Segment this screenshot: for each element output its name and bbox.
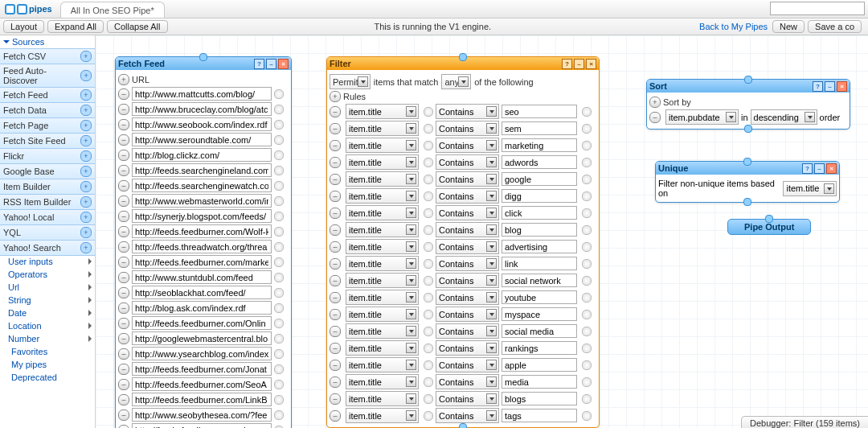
url-input[interactable] xyxy=(132,423,272,428)
operator-select[interactable]: Contains xyxy=(436,273,499,288)
field-select[interactable]: item.title xyxy=(346,121,419,136)
value-input[interactable] xyxy=(502,341,577,355)
input-port[interactable] xyxy=(743,158,751,166)
operator-select[interactable]: Contains xyxy=(436,205,499,220)
source-item[interactable]: Yahoo! Local+ xyxy=(0,209,95,225)
value-input[interactable] xyxy=(502,307,577,321)
field-port[interactable] xyxy=(424,310,433,319)
source-item[interactable]: Yahoo! Search+ xyxy=(0,240,95,256)
input-port[interactable] xyxy=(199,53,207,61)
field-port[interactable] xyxy=(274,89,284,99)
remove-icon[interactable]: – xyxy=(118,425,129,429)
field-port[interactable] xyxy=(424,411,433,421)
field-select[interactable]: item.title xyxy=(346,408,419,423)
value-input[interactable] xyxy=(502,105,577,118)
remove-icon[interactable]: – xyxy=(118,104,129,115)
value-input[interactable] xyxy=(502,121,577,135)
field-port[interactable] xyxy=(274,257,284,267)
field-port[interactable] xyxy=(582,394,592,404)
remove-icon[interactable]: – xyxy=(330,377,341,388)
field-port[interactable] xyxy=(274,380,284,389)
field-port[interactable] xyxy=(274,196,284,206)
input-port[interactable] xyxy=(459,53,467,61)
value-input[interactable] xyxy=(502,155,577,169)
operator-select[interactable]: Contains xyxy=(436,357,499,372)
source-item[interactable]: Feed Auto-Discover+ xyxy=(0,64,95,88)
url-input[interactable] xyxy=(132,133,272,146)
value-input[interactable] xyxy=(502,206,577,220)
field-port[interactable] xyxy=(424,377,433,387)
field-port[interactable] xyxy=(274,395,284,405)
operator-select[interactable]: Contains xyxy=(436,222,499,237)
field-select[interactable]: item.title xyxy=(346,357,419,372)
minimize-icon[interactable]: – xyxy=(825,81,835,92)
remove-icon[interactable]: – xyxy=(330,208,341,219)
close-icon[interactable]: × xyxy=(586,59,596,69)
field-port[interactable] xyxy=(274,166,284,175)
url-input[interactable] xyxy=(132,194,272,208)
field-port[interactable] xyxy=(582,377,592,387)
operator-select[interactable]: Contains xyxy=(436,188,499,204)
field-port[interactable] xyxy=(274,288,284,298)
back-link[interactable]: Back to My Pipes xyxy=(694,22,772,31)
source-item[interactable]: Flickr+ xyxy=(0,148,95,164)
remove-icon[interactable]: – xyxy=(118,195,129,207)
operator-select[interactable]: Contains xyxy=(436,256,499,271)
output-port[interactable] xyxy=(459,423,467,428)
remove-icon[interactable]: – xyxy=(330,326,341,337)
remove-icon[interactable]: – xyxy=(330,174,341,185)
field-port[interactable] xyxy=(274,212,284,221)
field-select[interactable]: item.title xyxy=(346,222,419,237)
field-port[interactable] xyxy=(582,225,592,235)
remove-icon[interactable]: – xyxy=(330,241,341,253)
url-input[interactable] xyxy=(132,87,272,101)
sidebar-category[interactable]: Location xyxy=(0,319,95,332)
field-select[interactable]: item.title xyxy=(346,205,419,220)
expand-icon[interactable]: + xyxy=(649,97,661,108)
operator-select[interactable]: Contains xyxy=(436,391,499,406)
remove-icon[interactable]: – xyxy=(330,343,341,354)
remove-icon[interactable]: – xyxy=(118,409,129,421)
remove-icon[interactable]: – xyxy=(330,140,341,151)
field-port[interactable] xyxy=(424,175,433,184)
field-port[interactable] xyxy=(582,411,592,421)
value-input[interactable] xyxy=(502,358,577,372)
remove-icon[interactable]: – xyxy=(330,123,341,134)
remove-icon[interactable]: – xyxy=(330,191,341,202)
search-input[interactable] xyxy=(770,2,865,15)
value-input[interactable] xyxy=(502,172,577,186)
add-icon[interactable]: + xyxy=(80,120,92,131)
remove-icon[interactable]: – xyxy=(118,165,129,176)
field-port[interactable] xyxy=(274,273,284,282)
value-input[interactable] xyxy=(502,375,577,389)
value-input[interactable] xyxy=(502,257,577,270)
field-port[interactable] xyxy=(274,150,284,160)
close-icon[interactable]: × xyxy=(837,81,847,92)
input-port[interactable] xyxy=(744,76,752,84)
source-item[interactable]: Item Builder+ xyxy=(0,179,95,195)
field-port[interactable] xyxy=(274,242,284,252)
add-icon[interactable]: + xyxy=(80,212,92,223)
field-port[interactable] xyxy=(582,191,592,201)
remove-icon[interactable]: – xyxy=(330,258,341,270)
field-port[interactable] xyxy=(424,276,433,286)
value-input[interactable] xyxy=(502,240,577,253)
any-select[interactable]: any xyxy=(441,74,471,89)
new-button[interactable]: New xyxy=(772,20,805,33)
field-select[interactable]: item.title xyxy=(346,290,419,305)
value-input[interactable] xyxy=(502,223,577,237)
add-icon[interactable]: + xyxy=(80,196,92,208)
field-port[interactable] xyxy=(582,141,592,150)
value-input[interactable] xyxy=(502,392,577,405)
remove-icon[interactable]: – xyxy=(118,88,129,100)
value-input[interactable] xyxy=(502,274,577,287)
sidebar-category[interactable]: User inputs xyxy=(0,255,95,268)
operator-select[interactable]: Contains xyxy=(436,374,499,389)
add-icon[interactable]: + xyxy=(80,89,92,101)
source-item[interactable]: RSS Item Builder+ xyxy=(0,194,95,210)
url-input[interactable] xyxy=(132,148,272,162)
help-icon[interactable]: ? xyxy=(254,59,264,69)
value-input[interactable] xyxy=(502,138,577,152)
remove-icon[interactable]: – xyxy=(118,226,129,237)
sidebar-category[interactable]: Number xyxy=(0,332,95,345)
